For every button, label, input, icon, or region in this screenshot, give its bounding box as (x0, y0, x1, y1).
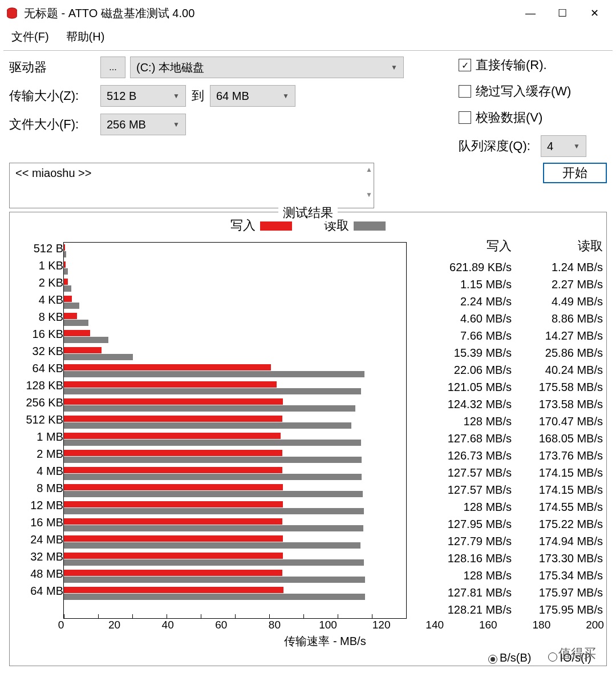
y-tick-label: 4 MB (15, 465, 63, 482)
read-bar (64, 440, 361, 446)
to-label: 到 (192, 87, 204, 104)
read-value: 175.22 MB/s (512, 516, 603, 533)
read-bar (64, 303, 79, 309)
y-tick-label: 1 KB (15, 259, 63, 276)
menu-file[interactable]: 文件(F) (11, 29, 49, 45)
write-value: 128 MB/s (415, 413, 512, 430)
write-value: 128 MB/s (415, 499, 512, 516)
write-value: 127.68 MB/s (415, 430, 512, 448)
write-bar (64, 330, 90, 336)
write-value: 621.89 KB/s (415, 259, 512, 276)
scroll-down-icon[interactable]: ▼ (366, 191, 372, 199)
titlebar[interactable]: 无标题 - ATTO 磁盘基准测试 4.00 — ☐ ✕ (0, 0, 616, 27)
write-bar (64, 450, 282, 456)
content-area: 驱动器 ... (C:) 本地磁盘▼ 传输大小(Z): 512 B▼ 到 64 … (3, 50, 613, 670)
write-value: 127.57 MB/s (415, 465, 512, 482)
results-groupbox: 测试结果 写入 读取 512 B1 KB2 KB4 KB8 KB16 KB32 … (9, 212, 607, 666)
drive-label: 驱动器 (9, 59, 100, 76)
write-bar (64, 279, 68, 285)
read-value: 175.97 MB/s (512, 585, 603, 602)
transfer-size-to[interactable]: 64 MB▼ (210, 85, 295, 107)
y-tick-label: 24 MB (15, 533, 63, 550)
write-value: 127.79 MB/s (415, 533, 512, 550)
read-value: 168.05 MB/s (512, 430, 603, 448)
app-icon (6, 7, 18, 19)
chevron-down-icon: ▼ (391, 63, 398, 71)
x-tick-label: 20 (108, 619, 120, 631)
browse-button[interactable]: ... (100, 57, 125, 78)
scroll-up-icon[interactable]: ▲ (366, 166, 372, 174)
read-bar (64, 491, 363, 497)
bar-row (64, 380, 406, 397)
y-tick-label: 512 KB (15, 413, 63, 430)
write-bar (64, 296, 72, 302)
write-value: 128 MB/s (415, 567, 512, 585)
read-bar (64, 525, 363, 531)
x-tick-label: 180 (533, 619, 551, 631)
y-tick-label: 8 MB (15, 482, 63, 499)
read-bar (64, 559, 364, 566)
bar-row (64, 397, 406, 414)
read-bar (64, 371, 364, 377)
description-textarea[interactable]: << miaoshu >> ▲▼ (9, 163, 374, 208)
write-bar (64, 535, 283, 542)
bar-row (64, 294, 406, 311)
queue-depth-select[interactable]: 4▼ (541, 135, 586, 157)
read-value: 175.95 MB/s (512, 602, 603, 619)
y-tick-label: 64 MB (15, 585, 63, 602)
y-tick-label: 32 KB (15, 345, 63, 362)
read-bar (64, 320, 88, 326)
write-bar (64, 364, 271, 370)
maximize-button[interactable]: ☐ (546, 2, 578, 25)
x-tick-label: 0 (58, 619, 64, 631)
write-bar (64, 313, 77, 319)
watermark: 值得买 (558, 645, 596, 662)
write-value: 128.16 MB/s (415, 550, 512, 567)
direct-io-checkbox[interactable]: ✓直接传输(R). (459, 57, 607, 74)
write-col-header: 写入 (415, 237, 512, 259)
file-size-select[interactable]: 256 MB▼ (100, 114, 186, 135)
window-title: 无标题 - ATTO 磁盘基准测试 4.00 (24, 6, 194, 21)
bar-row (64, 277, 406, 294)
chart-bars (63, 242, 407, 619)
write-value: 15.39 MB/s (415, 345, 512, 362)
write-value: 22.06 MB/s (415, 362, 512, 379)
write-bar (64, 261, 66, 268)
read-bar (64, 285, 71, 292)
read-value: 170.47 MB/s (512, 413, 603, 430)
write-value: 121.05 MB/s (415, 379, 512, 396)
bar-row (64, 499, 406, 517)
start-button[interactable]: 开始 (543, 163, 607, 183)
bar-row (64, 551, 406, 568)
bar-row (64, 328, 406, 345)
chart-x-labels: 020406080100120140160180200 (61, 619, 595, 634)
write-bar (64, 398, 283, 405)
bypass-cache-checkbox[interactable]: 绕过写入缓存(W) (459, 83, 607, 100)
menu-help[interactable]: 帮助(H) (66, 29, 105, 45)
transfer-size-from[interactable]: 512 B▼ (100, 85, 186, 107)
x-tick-label: 200 (586, 619, 604, 631)
write-bar (64, 518, 282, 525)
bar-row (64, 534, 406, 551)
write-value: 127.57 MB/s (415, 482, 512, 499)
units-bs-radio[interactable]: B/s(B) (488, 651, 532, 664)
drive-select[interactable]: (C:) 本地磁盘▼ (130, 57, 404, 78)
chevron-down-icon: ▼ (573, 142, 580, 150)
write-bar (64, 433, 281, 439)
read-value: 14.27 MB/s (512, 328, 603, 345)
close-button[interactable]: ✕ (578, 2, 610, 25)
read-value: 1.24 MB/s (512, 259, 603, 276)
read-bar (64, 422, 351, 429)
write-bar (64, 416, 282, 422)
y-tick-label: 8 KB (15, 311, 63, 328)
read-bar (64, 268, 68, 275)
verify-data-checkbox[interactable]: 校验数据(V) (459, 109, 607, 126)
minimize-button[interactable]: — (514, 2, 546, 25)
bar-row (64, 243, 406, 260)
read-value: 25.86 MB/s (512, 345, 603, 362)
read-bar (64, 354, 133, 360)
file-size-label: 文件大小(F): (9, 116, 100, 133)
read-value: 173.76 MB/s (512, 448, 603, 465)
x-tick-label: 80 (269, 619, 281, 631)
write-bar (64, 467, 282, 473)
